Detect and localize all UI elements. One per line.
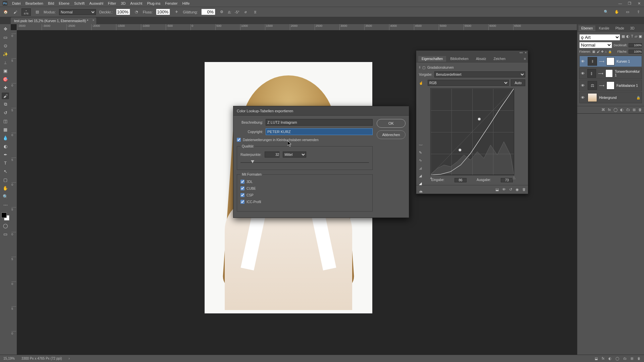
color-swatches[interactable] [1, 213, 9, 221]
menu-schrift[interactable]: Schrift [74, 1, 85, 5]
menu-bearbeiten[interactable]: Bearbeiten [25, 1, 43, 5]
hand-tool[interactable]: ✋ [2, 185, 9, 191]
move-tool[interactable]: ✥ [2, 25, 9, 32]
quickmask-tool[interactable]: ◯ [2, 222, 9, 229]
tab-3d[interactable]: 3D [628, 25, 637, 31]
lock-trans-icon[interactable]: ▦ [592, 50, 595, 53]
stamp-tool[interactable]: ⧉ [2, 101, 9, 108]
status-icon[interactable]: 🗀 [623, 357, 627, 360]
fx-icon[interactable]: fx [608, 108, 611, 112]
toggle-visibility-icon[interactable]: ◉ [516, 187, 519, 192]
window-close-icon[interactable]: ✕ [637, 1, 641, 6]
lock-paint-icon[interactable]: 🖌 [597, 50, 600, 53]
trash-icon[interactable]: 🗑 [638, 108, 642, 112]
brush-tool[interactable]: 🖌 [2, 93, 9, 99]
tab-zeichen[interactable]: Zeichen [490, 56, 509, 62]
format-3dl-checkbox[interactable] [240, 180, 245, 184]
menu-ansicht[interactable]: Ansicht [130, 1, 142, 5]
dialog-titlebar[interactable]: Color Lookup-Tabellen exportieren [233, 106, 409, 116]
status-icon[interactable]: ◯ [615, 357, 619, 360]
zoom-level[interactable]: 15,19% [3, 357, 15, 360]
brush-panel-icon[interactable]: ▧ [34, 9, 40, 15]
filter-type-icon[interactable]: T [631, 34, 633, 41]
marquee-tool[interactable]: ▭ [2, 34, 9, 41]
white-sampler-icon[interactable]: ◢ [419, 181, 423, 186]
window-restore-icon[interactable]: ❐ [627, 1, 632, 6]
menu-bild[interactable]: Bild [48, 1, 54, 5]
brush-preset-picker[interactable]: •678 [21, 8, 31, 16]
status-icon[interactable]: ⬓ [595, 357, 598, 360]
path-select-tool[interactable]: ↖ [2, 168, 9, 175]
visibility-icon[interactable]: 👁 [581, 59, 586, 63]
smoothing-input[interactable] [201, 9, 215, 15]
output-value[interactable] [501, 178, 513, 182]
mask-thumb[interactable] [606, 57, 614, 65]
layer-name[interactable]: Hintergrund [599, 96, 616, 100]
adjustment-icon[interactable]: ◐ [620, 108, 624, 112]
vertical-ruler[interactable]: 0 5 0 5 0 5 0 5 0 5 0 5 0 [11, 30, 17, 355]
reset-icon[interactable]: ↺ [509, 187, 512, 192]
shape-tool[interactable]: ▢ [2, 176, 9, 183]
eraser-tool[interactable]: ◫ [2, 118, 9, 124]
dodge-tool[interactable]: ◐ [2, 143, 9, 149]
layer-row-hintergrund[interactable]: 👁 Hintergrund 🔒 [579, 92, 642, 103]
status-icon[interactable]: fx [602, 357, 604, 360]
status-chevron-icon[interactable]: › [69, 357, 70, 360]
mask-thumb[interactable] [606, 81, 614, 89]
flow-input[interactable] [156, 9, 170, 15]
lowercase-checkbox[interactable] [237, 138, 241, 142]
tab-pfade[interactable]: Pfade [613, 25, 627, 31]
tab-kanaele[interactable]: Kanäle [596, 25, 612, 31]
lock-all-icon[interactable]: 🔒 [608, 50, 612, 53]
wand-tool[interactable]: ✨ [2, 51, 9, 57]
history-brush-tool[interactable]: ↺ [2, 109, 9, 116]
mask-thumb[interactable] [605, 69, 613, 77]
pressure-opacity-icon[interactable]: ◔ [133, 9, 140, 15]
point-curve-icon[interactable]: 〰 [419, 143, 423, 147]
layer-filter-select[interactable]: ϙ Art [579, 34, 620, 41]
quality-preset-select[interactable]: Mittel [283, 152, 306, 158]
visibility-icon[interactable]: 👁 [581, 96, 586, 100]
eyedropper-tool[interactable]: 🎯 [2, 76, 9, 82]
filter-adj-icon[interactable]: ◐ [626, 34, 630, 41]
link-icon[interactable]: ⟶ [598, 71, 603, 76]
target-adjust-icon[interactable]: ☝ [419, 81, 426, 85]
clip-icon[interactable]: ⛰ [419, 189, 423, 193]
lock-icon[interactable]: 🔒 [636, 96, 640, 100]
layer-name[interactable]: Farbbalance 1 [616, 84, 638, 87]
preset-select[interactable]: Benutzerdefiniert [434, 71, 525, 77]
channel-select[interactable]: RGB [428, 80, 509, 86]
view-previous-icon[interactable]: 👁 [502, 187, 506, 192]
frame-tool[interactable]: ▣ [2, 67, 9, 74]
layer-row-tonwert[interactable]: 👁 ⫿ ⟶ Tonwertkorrektur 1 [579, 68, 642, 79]
collapse-panel-icon[interactable]: «« [520, 51, 523, 54]
blend-mode-select[interactable]: Normal [59, 9, 96, 15]
mask-mode-icon[interactable]: ▢ [422, 66, 425, 69]
horizontal-ruler[interactable]: -3500 -3000 -2500 -2000 -1500 -1000 -500… [17, 24, 577, 30]
symmetry-icon[interactable]: ⧖ [252, 9, 258, 15]
layer-blend-select[interactable]: Normal [579, 42, 612, 48]
layer-name[interactable]: Tonwertkorrektur 1 [615, 70, 640, 77]
quality-slider[interactable] [240, 160, 369, 165]
menu-filter[interactable]: Filter [108, 1, 116, 5]
filter-smart-icon[interactable]: ▣ [639, 34, 642, 41]
document-tab[interactable]: test.psdc bei 15,2% (Kurven 1, Ebenenmas… [11, 17, 96, 24]
search-icon[interactable]: 🔍 [603, 9, 609, 15]
link-icon[interactable]: ⟶ [599, 83, 604, 88]
format-cube-checkbox[interactable] [240, 186, 245, 190]
format-csp-checkbox[interactable] [240, 193, 245, 197]
visibility-icon[interactable]: 👁 [581, 71, 585, 75]
group-icon[interactable]: 🗀 [626, 108, 630, 112]
menu-auswahl[interactable]: Auswahl [89, 1, 103, 5]
auto-button[interactable]: Auto [511, 79, 525, 86]
edit-toolbar[interactable]: ⋯ [2, 201, 9, 208]
lasso-tool[interactable]: ⊙ [2, 42, 9, 49]
close-panel-icon[interactable]: × [525, 51, 527, 54]
pen-tool[interactable]: ✒ [2, 151, 9, 158]
copyright-input[interactable] [266, 128, 373, 135]
hand-icon[interactable]: ✋ [614, 9, 620, 15]
menu-hilfe[interactable]: Hilfe [182, 1, 190, 5]
clip-layer-icon[interactable]: ⬓ [495, 187, 499, 192]
airbrush-icon[interactable]: ✈ [173, 9, 179, 15]
gray-sampler-icon[interactable]: ◢ [419, 174, 423, 178]
